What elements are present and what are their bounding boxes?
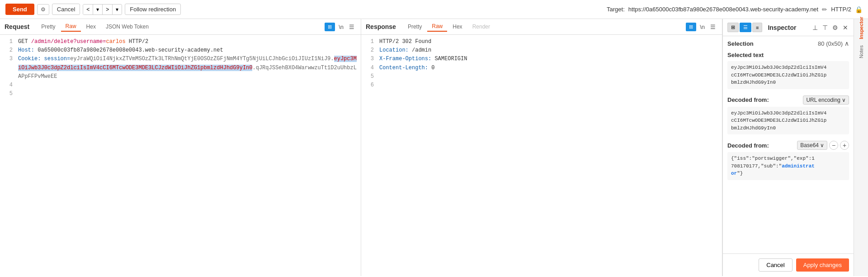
http-version: HTTP/2	[831, 6, 851, 13]
tab-response-raw[interactable]: Raw	[427, 22, 447, 32]
response-line-3: 3 X-Frame-Options: SAMEORIGIN	[361, 55, 722, 63]
inspector-header: ⊞ ☰ ≡ Inspector ⊥ ⊤ ⚙ ✕	[723, 19, 854, 36]
response-code-area[interactable]: 1 HTTP/2 302 Found 2 Location: /admin 3 …	[361, 35, 722, 276]
request-send-to-tool[interactable]: ⊞	[325, 23, 335, 31]
inspector-panel: ⊞ ☰ ≡ Inspector ⊥ ⊤ ⚙ ✕ Selection 80 (0x…	[722, 19, 854, 276]
decoded-base64-section: Decoded from: Base64 ∨ − + {"iss":"ports…	[727, 141, 849, 180]
decoded-base64-label: Decoded from:	[727, 142, 769, 149]
request-newline-toggle[interactable]: \n	[337, 23, 345, 31]
request-tabs: Pretty Raw Hex JSON Web Token	[37, 22, 325, 32]
response-panel: Response Pretty Raw Hex Render ⊞ \n ☰ 1 …	[361, 19, 722, 276]
selection-count: 80 (0x50)	[818, 40, 843, 47]
view-icon-rows[interactable]: ≡	[752, 23, 762, 32]
request-line-5: 5	[0, 90, 361, 98]
response-panel-title: Response	[366, 23, 396, 30]
decoded-url-section: Decoded from: URL encoding ∨ eyJpc3MiOiJ…	[727, 96, 849, 135]
view-icon-grid[interactable]: ⊞	[727, 23, 739, 32]
response-line-2: 2 Location: /admin	[361, 46, 722, 55]
sidebar-notes-icon[interactable]: Notes	[856, 46, 867, 57]
decoded-url-label: Decoded from:	[727, 96, 769, 103]
selected-text-title: Selected text	[727, 52, 849, 58]
send-button[interactable]: Send	[5, 4, 34, 15]
request-cookie-unselected-1: eyJraWQiOiI4NjkxZTVmMSOzZTk3LTRhNmQtYjE0…	[70, 56, 334, 62]
response-menu[interactable]: ☰	[708, 23, 717, 31]
decoded-base64-type-button[interactable]: Base64 ∨	[797, 141, 827, 150]
selection-collapse-button[interactable]: ∧	[844, 40, 849, 47]
decoded-url-value: eyJpc3MiOiJwb3J0c3dpZ2dlciIsImV4cCI6MTcw…	[727, 107, 849, 135]
inspector-extra2-button[interactable]: ⊤	[821, 23, 829, 32]
decoded-base64-chevron: ∨	[820, 142, 824, 148]
settings-button[interactable]: ⚙	[37, 4, 49, 15]
inspector-apply-button[interactable]: Apply changes	[796, 258, 849, 272]
decoded-url-type-label: URL encoding	[806, 97, 840, 103]
response-line-6: 6	[361, 81, 722, 90]
decoded-url-chevron: ∨	[842, 97, 846, 103]
nav-forward-dropdown[interactable]: ▾	[113, 5, 122, 14]
sidebar-inspector-icon[interactable]: Inspector	[856, 23, 867, 33]
decoded-base64-minus-button[interactable]: −	[829, 141, 838, 150]
inspector-cancel-button[interactable]: Cancel	[759, 258, 792, 272]
decoded-base64-type-label: Base64	[800, 142, 819, 148]
response-tabs: Pretty Raw Hex Render	[403, 22, 686, 32]
request-cookie-name: Cookie: session=	[18, 56, 70, 62]
decoded-base64-actions: Base64 ∨ − +	[797, 141, 849, 150]
view-icon-columns[interactable]: ☰	[740, 23, 751, 32]
tab-response-render[interactable]: Render	[468, 22, 495, 32]
nav-back-dropdown[interactable]: ▾	[93, 5, 103, 14]
response-line-5: 5	[361, 72, 722, 81]
response-send-to-tool[interactable]: ⊞	[686, 23, 696, 31]
decoded-url-type-button[interactable]: URL encoding ∨	[803, 96, 849, 105]
tab-request-jwt[interactable]: JSON Web Token	[101, 22, 153, 32]
decoded-base64-header: Decoded from: Base64 ∨ − +	[727, 141, 849, 150]
request-host-value: 0a65000c03fb87a980e2678e008e0043.web-sec…	[38, 47, 223, 53]
request-panel-header: Request Pretty Raw Hex JSON Web Token ⊞ …	[0, 19, 361, 35]
request-host-name: Host:	[18, 47, 38, 53]
tab-response-pretty[interactable]: Pretty	[403, 22, 426, 32]
target-prefix: Target:	[607, 6, 625, 13]
request-path-delete: /admin/delete?username=	[31, 38, 106, 45]
selection-row: Selection 80 (0x50) ∧	[727, 40, 849, 47]
tab-request-pretty[interactable]: Pretty	[37, 22, 60, 32]
inspector-settings-button[interactable]: ⚙	[831, 23, 839, 32]
request-username: carlos	[106, 38, 125, 45]
selected-text-section: Selected text eyJpc3MiOiJwb3J0c3dpZ2dlci…	[727, 52, 849, 89]
tab-request-raw[interactable]: Raw	[61, 22, 81, 32]
right-sidebar: Inspector Notes	[854, 19, 868, 276]
nav-forward-button[interactable]: >	[103, 5, 113, 14]
toolbar: Send ⚙ Cancel < ▾ > ▾ Follow redirection…	[0, 0, 868, 19]
notes-sidebar-label: Notes	[859, 45, 864, 58]
request-line-2: 2 Host: 0a65000c03fb87a980e2678e008e0043…	[0, 46, 361, 55]
decoded-base64-value: {"iss":"portswigger","exp":1708170177,"s…	[727, 152, 849, 180]
main-container: Request Pretty Raw Hex JSON Web Token ⊞ …	[0, 19, 868, 276]
cancel-button[interactable]: Cancel	[52, 4, 80, 15]
response-newline-toggle[interactable]: \n	[698, 23, 707, 31]
request-panel-tools: ⊞ \n ☰	[325, 23, 356, 31]
request-method: GET	[18, 38, 31, 45]
follow-redirection-button[interactable]: Follow redirection	[125, 4, 181, 15]
request-code-area[interactable]: 1 GET /admin/delete?username=carlos HTTP…	[0, 35, 361, 276]
request-panel-title: Request	[5, 23, 29, 30]
nav-arrows: < ▾ > ▾	[83, 4, 122, 15]
inspector-content: Selection 80 (0x50) ∧ Selected text eyJp…	[723, 36, 854, 253]
decoded-base64-plus-button[interactable]: +	[840, 141, 849, 150]
request-menu[interactable]: ☰	[347, 23, 356, 31]
target-info: Target: https://0a65000c03fb87a980e2678e…	[607, 6, 863, 13]
tab-response-hex[interactable]: Hex	[448, 22, 467, 32]
response-panel-tools: ⊞ \n ☰	[686, 23, 717, 31]
tab-request-hex[interactable]: Hex	[82, 22, 100, 32]
inspector-extra1-button[interactable]: ⊥	[811, 23, 819, 32]
response-panel-header: Response Pretty Raw Hex Render ⊞ \n ☰	[361, 19, 722, 35]
response-line-4: 4 Content-Length: 0	[361, 64, 722, 72]
inspector-close-button[interactable]: ✕	[842, 23, 849, 32]
request-line-4: 4	[0, 81, 361, 90]
request-http-ver: HTTP/2	[126, 38, 148, 45]
inspector-title: Inspector	[768, 24, 796, 31]
inspector-sidebar-label: Inspector	[859, 17, 864, 39]
selection-value: 80 (0x50) ∧	[818, 40, 849, 47]
lock-icon: 🔒	[855, 6, 863, 13]
request-line-1: 1 GET /admin/delete?username=carlos HTTP…	[0, 38, 361, 46]
decoded-url-header: Decoded from: URL encoding ∨	[727, 96, 849, 105]
nav-back-button[interactable]: <	[83, 5, 93, 14]
edit-target-icon[interactable]: ✏	[822, 6, 827, 13]
target-url: https://0a65000c03fb87a980e2678e008e0043…	[628, 6, 818, 13]
